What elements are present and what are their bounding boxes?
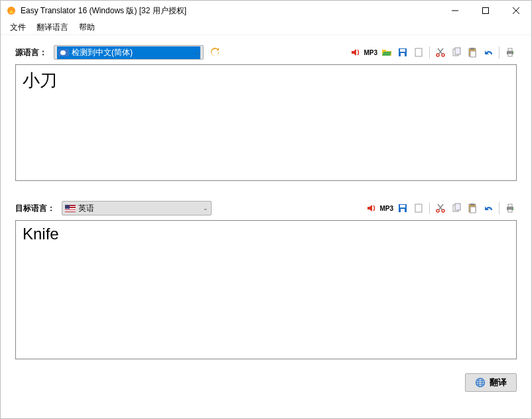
speak-button[interactable]: [349, 46, 362, 59]
svg-rect-16: [470, 48, 474, 50]
speak-button[interactable]: [365, 202, 378, 215]
mp3-label[interactable]: MP3: [364, 49, 377, 56]
copy-button[interactable]: [450, 46, 463, 59]
app-icon: [6, 5, 17, 16]
undo-button[interactable]: [482, 202, 495, 215]
toolbar-separator: [429, 46, 430, 58]
save-button[interactable]: [396, 202, 409, 215]
new-button[interactable]: [412, 46, 425, 59]
svg-rect-19: [508, 48, 512, 51]
svg-rect-20: [508, 54, 512, 56]
cut-button[interactable]: [434, 46, 447, 59]
source-toolbar: MP3: [349, 46, 517, 59]
menu-file[interactable]: 文件: [5, 21, 31, 34]
target-toolbar: MP3: [365, 202, 517, 215]
copy-button[interactable]: [450, 202, 463, 215]
chevron-down-icon: ⌄: [203, 205, 208, 211]
save-button[interactable]: [396, 46, 409, 59]
toolbar-separator: [429, 202, 430, 214]
svg-rect-17: [470, 51, 476, 57]
target-language-label: 目标语言：: [15, 203, 55, 214]
print-button[interactable]: [503, 202, 517, 215]
source-language-value: 检测到中文(简体): [72, 47, 133, 58]
svg-rect-37: [508, 210, 512, 212]
target-text-output[interactable]: [15, 220, 517, 359]
source-text-input[interactable]: [15, 64, 517, 181]
window-title: Easy Translator 16 (Windows 版) [32 用户授权]: [21, 5, 440, 17]
flag-icon: [58, 49, 69, 56]
maximize-button[interactable]: [470, 1, 501, 21]
source-language-label: 源语言：: [15, 47, 47, 58]
source-header: 源语言： 检测到中文(简体) ⌄ MP3: [15, 44, 517, 60]
svg-rect-2: [483, 8, 489, 14]
target-header: 目标语言： 英语 ⌄ MP3: [15, 200, 517, 216]
svg-point-21: [512, 52, 513, 53]
target-language-select[interactable]: 英语 ⌄: [62, 201, 212, 215]
minimize-button[interactable]: [440, 1, 470, 21]
window-controls: [440, 1, 531, 21]
source-language-select[interactable]: 检测到中文(简体) ⌄: [54, 45, 204, 60]
menubar: 文件 翻译语言 帮助: [1, 21, 531, 35]
svg-rect-36: [508, 204, 512, 207]
svg-rect-23: [400, 205, 405, 208]
globe-icon: [475, 377, 486, 388]
toolbar-separator: [499, 202, 499, 214]
svg-rect-6: [400, 49, 405, 52]
print-button[interactable]: [503, 46, 517, 59]
new-button[interactable]: [412, 202, 425, 215]
paste-button[interactable]: [466, 202, 479, 215]
svg-rect-8: [415, 48, 422, 56]
translate-button[interactable]: 翻译: [465, 373, 517, 392]
chevron-down-icon: ⌄: [195, 49, 200, 56]
toolbar-separator: [499, 46, 499, 58]
svg-rect-33: [470, 204, 474, 206]
svg-rect-14: [455, 48, 460, 54]
flag-icon: [65, 205, 76, 212]
svg-rect-34: [470, 207, 476, 213]
titlebar: Easy Translator 16 (Windows 版) [32 用户授权]: [1, 1, 531, 21]
svg-rect-7: [401, 53, 405, 56]
paste-button[interactable]: [466, 46, 479, 59]
menu-translate-language[interactable]: 翻译语言: [31, 21, 74, 34]
svg-rect-25: [415, 204, 422, 212]
content-area: 源语言： 检测到中文(简体) ⌄ MP3: [1, 35, 531, 368]
open-button[interactable]: [380, 46, 393, 59]
undo-button[interactable]: [482, 46, 495, 59]
close-button[interactable]: [501, 1, 531, 21]
target-language-value: 英语: [78, 203, 94, 214]
svg-rect-24: [401, 209, 405, 212]
cut-button[interactable]: [434, 202, 447, 215]
swap-refresh-button[interactable]: [208, 45, 222, 60]
footer: 翻译: [1, 368, 531, 400]
svg-point-38: [512, 208, 513, 209]
menu-help[interactable]: 帮助: [74, 21, 100, 34]
translate-button-label: 翻译: [490, 377, 507, 389]
svg-rect-31: [455, 204, 460, 210]
mp3-label[interactable]: MP3: [379, 205, 393, 212]
